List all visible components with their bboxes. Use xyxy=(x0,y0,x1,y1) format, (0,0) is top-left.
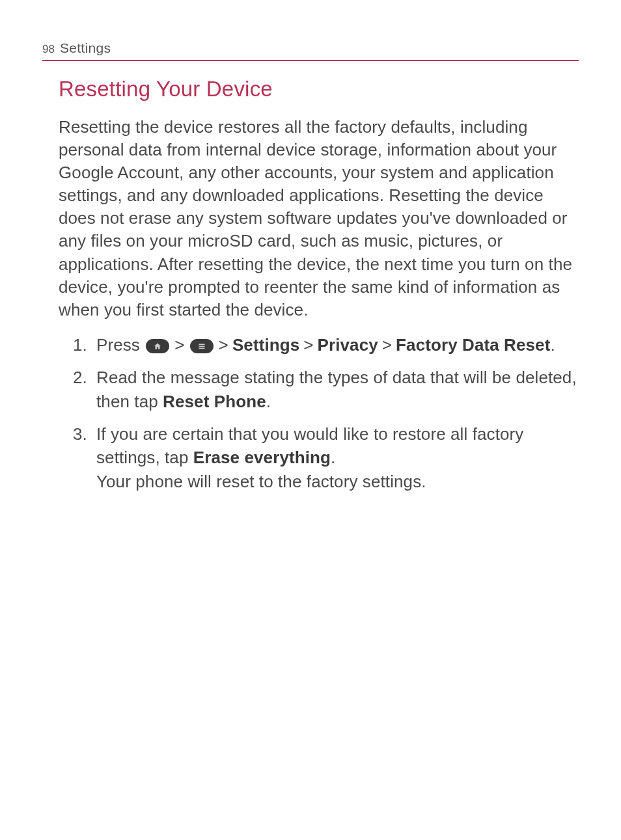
step-line2: Your phone will reset to the factory set… xyxy=(96,472,426,491)
section-name: Settings xyxy=(60,40,111,56)
step-bold: Erase everything xyxy=(193,448,331,467)
step-number: 1. xyxy=(73,333,87,357)
page-number: 98 xyxy=(42,43,55,56)
svg-rect-2 xyxy=(199,347,204,349)
step-bold: Reset Phone xyxy=(163,392,266,411)
separator: > xyxy=(382,333,392,357)
page-header: 98 Settings xyxy=(42,40,579,61)
step-text-suffix: . xyxy=(550,335,555,355)
step-text-prefix: Press xyxy=(96,335,145,355)
home-button-icon xyxy=(146,339,169,353)
content-area: Resetting Your Device Resetting the devi… xyxy=(59,77,579,502)
svg-rect-0 xyxy=(199,344,204,345)
intro-paragraph: Resetting the device restores all the fa… xyxy=(59,116,579,321)
separator: > xyxy=(174,333,184,357)
step-number: 2. xyxy=(73,366,87,389)
step-1: 1. Press >>Settings>Privacy>Factory Data… xyxy=(72,333,579,357)
step-bold: Factory Data Reset xyxy=(396,335,550,355)
steps-list: 1. Press >>Settings>Privacy>Factory Data… xyxy=(59,333,579,493)
step-bold: Privacy xyxy=(318,335,378,355)
separator: > xyxy=(219,333,228,357)
page-title: Resetting Your Device xyxy=(59,77,579,102)
step-text-after: . xyxy=(266,392,271,411)
separator: > xyxy=(303,333,313,357)
step-3: 3. If you are certain that you would lik… xyxy=(72,422,579,493)
step-2: 2. Read the message stating the types of… xyxy=(72,366,579,413)
menu-button-icon xyxy=(190,339,214,353)
step-number: 3. xyxy=(73,422,87,446)
svg-rect-1 xyxy=(199,345,204,347)
step-bold: Settings xyxy=(232,335,299,355)
step-text-after: . xyxy=(331,448,335,467)
